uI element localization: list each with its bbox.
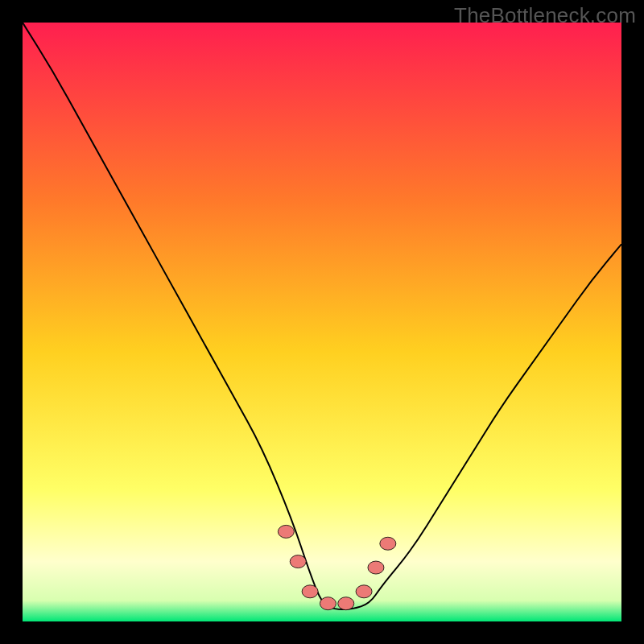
outer-frame: TheBottleneck.com — [0, 0, 644, 644]
gradient-background — [23, 23, 621, 621]
curve-marker — [302, 585, 318, 598]
plot-area — [23, 23, 621, 621]
chart-svg — [23, 23, 621, 621]
curve-marker — [278, 525, 294, 538]
curve-marker — [368, 561, 384, 574]
curve-marker — [380, 537, 396, 550]
curve-marker — [338, 597, 354, 610]
curve-marker — [320, 597, 336, 610]
curve-marker — [290, 555, 306, 568]
curve-marker — [356, 585, 372, 598]
